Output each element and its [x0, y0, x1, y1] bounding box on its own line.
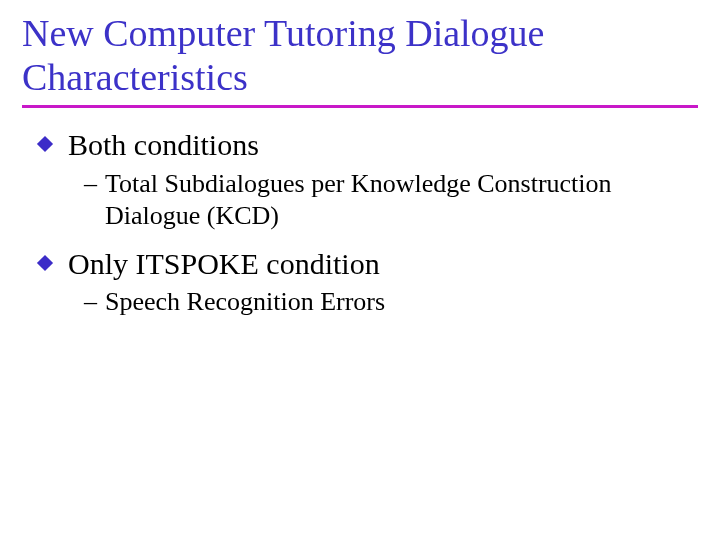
- bullet-item: Only ITSPOKE condition: [36, 245, 698, 283]
- slide: New Computer Tutoring Dialogue Character…: [0, 0, 720, 540]
- dash-bullet-icon: –: [84, 168, 97, 201]
- bullet-text: Only ITSPOKE condition: [68, 245, 380, 283]
- sub-bullet-item: – Total Subdialogues per Knowledge Const…: [84, 168, 698, 233]
- sub-bullet-text: Total Subdialogues per Knowledge Constru…: [105, 168, 665, 233]
- sub-bullet-item: – Speech Recognition Errors: [84, 286, 698, 319]
- bullet-item: Both conditions: [36, 126, 698, 164]
- sub-bullet-text: Speech Recognition Errors: [105, 286, 385, 319]
- title-underline: [22, 105, 698, 108]
- diamond-bullet-icon: [36, 254, 54, 272]
- svg-marker-0: [37, 136, 53, 152]
- svg-marker-1: [37, 255, 53, 271]
- diamond-bullet-icon: [36, 135, 54, 153]
- dash-bullet-icon: –: [84, 286, 97, 319]
- slide-title: New Computer Tutoring Dialogue Character…: [22, 12, 698, 99]
- bullet-text: Both conditions: [68, 126, 259, 164]
